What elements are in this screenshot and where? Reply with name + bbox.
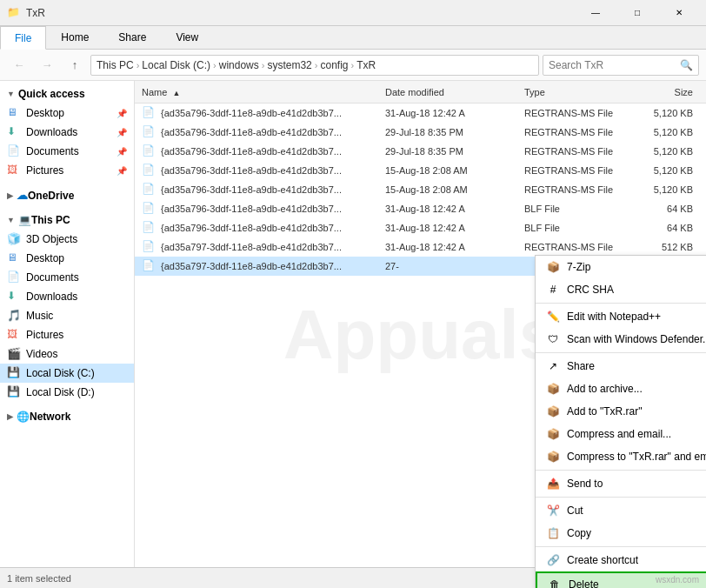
quick-access-header[interactable]: ▼ Quick access	[0, 84, 134, 104]
sidebar-label-documents2: Documents	[26, 271, 79, 284]
sidebar-item-documents[interactable]: 📄 Documents 📌	[0, 142, 134, 161]
up-button[interactable]: ↑	[63, 53, 87, 77]
ctx-label: Send to	[567, 478, 706, 490]
sidebar-label-documents: Documents	[26, 145, 79, 157]
sidebar-item-documents2[interactable]: 📄 Documents	[0, 268, 134, 287]
tab-home[interactable]: Home	[46, 26, 103, 49]
file-icon: 📄	[142, 125, 156, 139]
search-input[interactable]	[549, 59, 680, 71]
file-size: 5,120 KB	[630, 165, 700, 176]
table-row[interactable]: 📄 {ad35a796-3ddf-11e8-a9db-e41d2db3b7...…	[135, 180, 706, 199]
ctx-item-edit[interactable]: ✏️ Edit with Notepad++	[536, 305, 706, 328]
ctx-icon-archive: 📦	[546, 450, 560, 464]
window-title: TxR	[26, 7, 45, 19]
file-icon: 📄	[142, 144, 156, 158]
table-row[interactable]: 📄 {ad35a796-3ddf-11e8-a9db-e41d2db3b7...…	[135, 218, 706, 237]
tab-view[interactable]: View	[161, 26, 213, 49]
tab-share[interactable]: Share	[103, 26, 161, 49]
file-type: REGTRANS-MS File	[517, 108, 630, 118]
breadcrumb-system32[interactable]: system32	[267, 59, 311, 71]
col-header-size[interactable]: Size	[630, 87, 700, 97]
file-modified: 31-Aug-18 12:42 A	[378, 204, 517, 214]
sidebar-item-downloads[interactable]: ⬇ Downloads 📌	[0, 123, 134, 142]
sidebar-item-3dobjects[interactable]: 🧊 3D Objects	[0, 230, 134, 249]
sidebar-item-pictures[interactable]: 🖼 Pictures 📌	[0, 161, 134, 180]
ctx-item-copy[interactable]: 📋 Copy	[536, 522, 706, 545]
file-list-header: Name ▲ Date modified Type Size	[135, 81, 706, 104]
tab-file[interactable]: File	[0, 26, 46, 50]
search-bar[interactable]: 🔍	[543, 55, 699, 76]
sidebar-item-downloads2[interactable]: ⬇ Downloads	[0, 287, 134, 306]
sidebar-item-videos[interactable]: 🎬 Videos	[0, 344, 134, 364]
breadcrumb-windows[interactable]: windows	[219, 59, 259, 71]
file-modified: 29-Jul-18 8:35 PM	[378, 146, 517, 157]
pictures2-icon: 🖼	[7, 328, 21, 342]
ctx-item-archive[interactable]: 📦 Compress and email...	[536, 423, 706, 445]
sidebar-item-desktop2[interactable]: 🖥 Desktop	[0, 249, 134, 268]
ctx-item-shortcut[interactable]: 🔗 Create shortcut	[536, 549, 706, 571]
table-row[interactable]: 📄 {ad35a797-3ddf-11e8-a9db-e41d2db3b7...…	[135, 237, 706, 257]
breadcrumb-config[interactable]: config	[320, 59, 348, 71]
network-header[interactable]: ▶ 🌐 Network	[0, 407, 134, 426]
minimize-button[interactable]: —	[576, 0, 616, 26]
ctx-item-share[interactable]: ↗ Share	[536, 355, 706, 378]
col-header-type[interactable]: Type	[517, 87, 630, 97]
downloads-icon: ⬇	[7, 125, 21, 139]
table-row[interactable]: 📄 {ad35a796-3ddf-11e8-a9db-e41d2db3b7...…	[135, 142, 706, 161]
ctx-item-sendto[interactable]: 📤 Send to ›	[536, 472, 706, 495]
close-button[interactable]: ✕	[659, 0, 699, 26]
file-icon: 📄	[142, 183, 156, 197]
desktop2-icon: 🖥	[7, 251, 21, 265]
pictures-icon: 🖼	[7, 164, 21, 177]
ribbon: File Home Share View	[0, 26, 706, 50]
forward-button[interactable]: →	[35, 53, 59, 77]
thispc-header[interactable]: ▼ 💻 This PC	[0, 210, 134, 230]
expand-icon: ▼	[7, 90, 15, 98]
ctx-separator	[536, 497, 706, 498]
table-row[interactable]: 📄 {ad35a796-3ddf-11e8-a9db-e41d2db3b7...…	[135, 123, 706, 142]
ctx-item-archive[interactable]: 📦 Add to archive...	[536, 378, 706, 400]
col-header-modified[interactable]: Date modified	[378, 87, 517, 97]
ctx-item-archive[interactable]: 📦 Add to "TxR.rar"	[536, 400, 706, 423]
sidebar-label-videos: Videos	[26, 348, 57, 360]
ctx-item-shield[interactable]: 🛡 Scan with Windows Defender...	[536, 328, 706, 351]
file-icon: 📄	[142, 164, 156, 177]
file-icon: 📄	[142, 221, 156, 235]
table-row[interactable]: 📄 {ad35a796-3ddf-11e8-a9db-e41d2db3b7...…	[135, 104, 706, 123]
sidebar-label-pictures: Pictures	[26, 164, 63, 177]
breadcrumb-disk[interactable]: Local Disk (C:)	[142, 59, 210, 71]
breadcrumb-thispc[interactable]: This PC	[97, 59, 134, 71]
ctx-separator	[536, 546, 706, 547]
file-name: {ad35a796-3ddf-11e8-a9db-e41d2db3b7...	[161, 127, 342, 137]
sidebar-item-localdisk-d[interactable]: 💾 Local Disk (D:)	[0, 383, 134, 402]
file-modified: 27-	[378, 261, 517, 271]
thispc-label: This PC	[31, 214, 70, 226]
ctx-item-hash[interactable]: # CRC SHA ›	[536, 278, 706, 301]
maximize-button[interactable]: □	[617, 0, 657, 26]
sidebar-item-pictures2[interactable]: 🖼 Pictures	[0, 325, 134, 344]
ctx-item-cut[interactable]: ✂️ Cut	[536, 499, 706, 522]
back-button[interactable]: ←	[7, 53, 31, 77]
ctx-label: Copy	[567, 527, 706, 539]
sidebar-item-desktop[interactable]: 🖥 Desktop 📌	[0, 104, 134, 123]
sidebar-item-music[interactable]: 🎵 Music	[0, 306, 134, 325]
file-modified: 15-Aug-18 2:08 AM	[378, 165, 517, 176]
ctx-item-7z[interactable]: 📦 7-Zip ›	[536, 256, 706, 278]
pin-icon-2: 📌	[117, 128, 127, 137]
address-bar[interactable]: This PC › Local Disk (C:) › windows › sy…	[90, 55, 539, 76]
col-header-name[interactable]: Name ▲	[135, 87, 378, 97]
breadcrumb-txr[interactable]: TxR	[356, 59, 376, 71]
file-size: 64 KB	[630, 223, 700, 233]
sidebar-item-localdisk-c[interactable]: 💾 Local Disk (C:)	[0, 364, 134, 383]
network-expand-icon: ▶	[7, 412, 13, 421]
file-icon: 📄	[142, 240, 156, 254]
onedrive-header[interactable]: ▶ ☁ OneDrive	[0, 185, 134, 205]
table-row[interactable]: 📄 {ad35a796-3ddf-11e8-a9db-e41d2db3b7...…	[135, 161, 706, 180]
ctx-label: Add to "TxR.rar"	[567, 405, 706, 418]
music-icon: 🎵	[7, 309, 21, 323]
ctx-label: 7-Zip	[567, 261, 706, 273]
ctx-icon-archive: 📦	[546, 404, 560, 418]
sidebar: ▼ Quick access 🖥 Desktop 📌 ⬇ Downloads 📌…	[0, 81, 135, 588]
table-row[interactable]: 📄 {ad35a796-3ddf-11e8-a9db-e41d2db3b7...…	[135, 199, 706, 218]
ctx-item-archive[interactable]: 📦 Compress to "TxR.rar" and email	[536, 445, 706, 468]
